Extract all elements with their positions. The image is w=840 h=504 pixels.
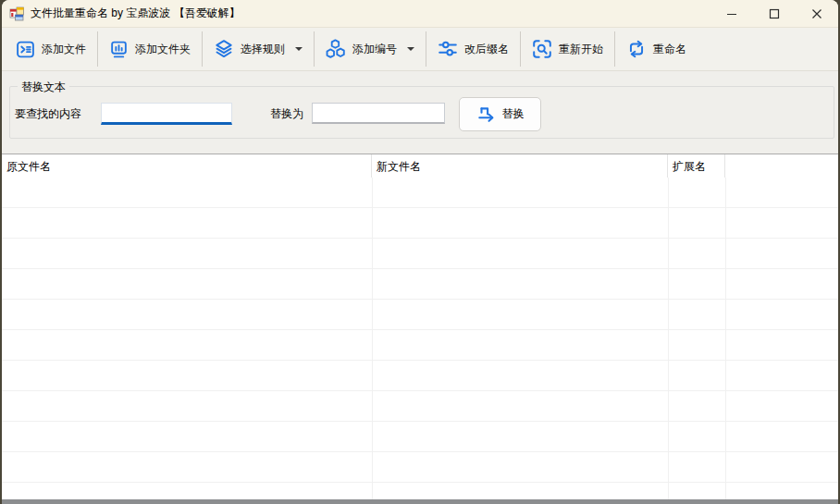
change-extension-button[interactable]: 改后缀名 — [428, 31, 518, 67]
toolbar-separator — [614, 31, 615, 67]
close-button[interactable] — [796, 0, 838, 27]
add-number-button[interactable]: 添加编号 — [316, 31, 424, 67]
minimize-button[interactable] — [710, 0, 753, 27]
replace-panel: 替换文本 要查找的内容 替换为 替换 — [2, 71, 838, 154]
column-header-filler — [725, 154, 838, 178]
toolbar: 添加文件 添加文件夹 选择规则 — [2, 28, 838, 71]
file-list-header: 原文件名 新文件名 扩展名 — [2, 154, 838, 178]
replace-groupbox: 替换文本 要查找的内容 替换为 替换 — [9, 86, 834, 139]
column-header-extension[interactable]: 扩展名 — [668, 154, 725, 178]
column-header-new-name[interactable]: 新文件名 — [372, 154, 668, 178]
add-folder-button[interactable]: 添加文件夹 — [100, 31, 200, 67]
find-input[interactable] — [101, 103, 232, 125]
window-title: 文件批量重命名 by 宝鼎波波 【吾爱破解】 — [31, 6, 241, 21]
replace-with-label: 替换为 — [270, 104, 303, 124]
restart-label: 重新开始 — [559, 42, 603, 57]
restart-button[interactable]: 重新开始 — [523, 31, 612, 67]
toolbar-separator — [426, 31, 426, 67]
chevron-down-icon — [407, 47, 414, 51]
add-file-list-icon — [16, 40, 35, 59]
maximize-button[interactable] — [753, 0, 796, 27]
grid-line-vertical — [725, 178, 726, 499]
toolbar-separator — [202, 31, 203, 67]
file-list-body — [2, 178, 838, 499]
add-folder-chart-icon — [109, 40, 129, 59]
sliders-icon — [438, 39, 458, 59]
repeat-arrows-icon — [626, 39, 647, 59]
rename-button[interactable]: 重命名 — [617, 31, 696, 67]
scan-search-icon — [532, 39, 552, 59]
groupbox-title: 替换文本 — [18, 80, 69, 95]
arrow-transfer-icon — [476, 104, 497, 125]
change-extension-label: 改后缀名 — [464, 42, 509, 57]
layers-icon — [214, 39, 234, 59]
grid-line-vertical — [668, 178, 669, 499]
column-header-original-name[interactable]: 原文件名 — [2, 154, 372, 178]
toolbar-separator — [314, 31, 315, 67]
add-files-label: 添加文件 — [42, 42, 86, 57]
app-windows-icon — [9, 6, 24, 21]
file-list[interactable]: 原文件名 新文件名 扩展名 — [2, 154, 838, 499]
chevron-down-icon — [295, 47, 303, 51]
hexagons-icon — [326, 39, 346, 59]
caption-buttons — [710, 0, 838, 27]
rename-label: 重命名 — [653, 42, 686, 57]
add-files-button[interactable]: 添加文件 — [6, 31, 95, 67]
replace-button[interactable]: 替换 — [459, 97, 541, 131]
window-bottom-border — [2, 499, 838, 504]
toolbar-separator — [97, 31, 98, 67]
minimize-icon — [726, 8, 737, 19]
find-label: 要查找的内容 — [15, 104, 81, 124]
select-rule-label: 选择规则 — [241, 42, 285, 57]
replace-with-input[interactable] — [312, 103, 445, 124]
app-window: 文件批量重命名 by 宝鼎波波 【吾爱破解】 添加文件 — [2, 0, 838, 504]
maximize-icon — [769, 8, 780, 19]
grid-line-vertical — [372, 178, 373, 499]
add-number-label: 添加编号 — [352, 42, 397, 57]
toolbar-separator — [520, 31, 521, 67]
titlebar: 文件批量重命名 by 宝鼎波波 【吾爱破解】 — [2, 0, 838, 28]
replace-button-label: 替换 — [502, 106, 525, 122]
close-icon — [811, 8, 822, 19]
add-folder-label: 添加文件夹 — [135, 42, 191, 57]
select-rule-button[interactable]: 选择规则 — [204, 31, 312, 67]
